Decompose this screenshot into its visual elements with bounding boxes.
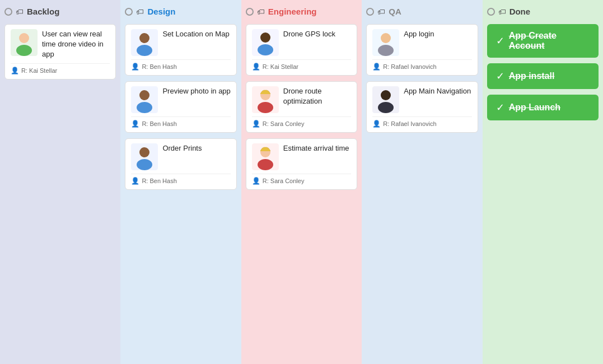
person-icon: 👤: [252, 63, 260, 71]
cards-area-engineering: Drone GPS lock👤R: Kai Stellar Drone rout…: [246, 24, 357, 358]
col-title-backlog: Backlog: [27, 7, 59, 16]
svg-point-18: [258, 44, 273, 55]
done-card[interactable]: ✓App install: [487, 63, 599, 89]
done-card-title: App Launch: [509, 102, 560, 113]
avatar: [372, 86, 399, 113]
col-status-dot: [487, 8, 495, 16]
card-assignee: R: Kai Stellar: [263, 63, 298, 70]
card-body: Set Location on Map: [131, 29, 230, 56]
person-icon: 👤: [131, 63, 139, 71]
tag-icon: 🏷: [257, 7, 265, 16]
task-card[interactable]: Set Location on Map👤R: Ben Hash: [125, 24, 236, 76]
card-assignee: R: Sara Conley: [263, 178, 305, 184]
avatar: [252, 86, 279, 113]
col-status-dot: [246, 8, 254, 16]
task-card[interactable]: App login👤R: Rafael Ivanovich: [366, 24, 478, 76]
kanban-board: 🏷Backlog User can view real time drone v…: [0, 0, 603, 364]
col-status-dot: [125, 8, 133, 16]
svg-point-11: [140, 91, 149, 100]
task-card[interactable]: Order Prints👤R: Ben Hash: [125, 138, 236, 190]
svg-point-26: [258, 159, 273, 170]
svg-point-10: [137, 102, 152, 113]
card-assignee: R: Rafael Ivanovich: [383, 120, 436, 127]
svg-point-14: [137, 159, 152, 170]
avatar: [131, 86, 158, 113]
col-header-engineering: 🏷Engineering: [246, 6, 357, 17]
card-footer: 👤R: Ben Hash: [131, 59, 230, 71]
card-title: App Main Navigation: [404, 86, 471, 96]
card-body: Estimate arrival time: [252, 143, 351, 170]
cards-area-done: ✓App Create Account✓App install✓App Laun…: [487, 24, 599, 358]
check-icon: ✓: [496, 101, 504, 114]
column-done: 🏷Done✓App Create Account✓App install✓App…: [483, 0, 603, 364]
svg-point-3: [20, 34, 29, 43]
card-title: App login: [404, 29, 434, 39]
card-body: Drone GPS lock: [252, 29, 351, 56]
svg-point-19: [261, 33, 270, 42]
svg-point-34: [378, 102, 394, 113]
column-design: 🏷Design Set Location on Map👤R: Ben Hash …: [120, 0, 241, 364]
card-assignee: R: Ben Hash: [142, 120, 176, 127]
task-card[interactable]: Drone GPS lock👤R: Kai Stellar: [246, 24, 357, 76]
svg-point-7: [140, 34, 149, 43]
person-icon: 👤: [131, 120, 139, 128]
card-title: Order Prints: [162, 143, 202, 153]
task-card[interactable]: User can view real time drone video in a…: [4, 24, 116, 80]
avatar: [131, 29, 158, 56]
done-card-title: App install: [509, 71, 555, 81]
tag-icon: 🏷: [136, 7, 144, 16]
task-card[interactable]: Estimate arrival time👤R: Sara Conley: [246, 138, 357, 190]
task-card[interactable]: App Main Navigation👤R: Rafael Ivanovich: [366, 81, 478, 133]
cards-area-qa: App login👤R: Rafael Ivanovich App Main N…: [366, 24, 478, 358]
tag-icon: 🏷: [16, 7, 24, 16]
task-card[interactable]: Preview photo in app👤R: Ben Hash: [125, 81, 236, 133]
card-title: Estimate arrival time: [283, 143, 349, 153]
column-engineering: 🏷Engineering Drone GPS lock👤R: Kai Stell…: [241, 0, 362, 364]
card-body: Preview photo in app: [131, 86, 230, 113]
avatar: [252, 143, 279, 170]
col-header-done: 🏷Done: [487, 6, 599, 17]
avatar: [131, 143, 158, 170]
card-footer: 👤R: Ben Hash: [131, 116, 230, 128]
col-title-engineering: Engineering: [268, 7, 317, 16]
svg-point-35: [381, 91, 390, 100]
card-footer: 👤R: Kai Stellar: [252, 59, 351, 71]
done-card[interactable]: ✓App Create Account: [487, 24, 599, 58]
card-body: App Main Navigation: [372, 86, 471, 113]
person-icon: 👤: [372, 120, 381, 128]
svg-point-31: [381, 34, 390, 43]
tag-icon: 🏷: [498, 7, 506, 16]
done-card[interactable]: ✓App Launch: [487, 95, 599, 120]
person-icon: 👤: [372, 63, 381, 71]
check-icon: ✓: [496, 35, 504, 47]
card-footer: 👤R: Kai Stellar: [11, 63, 110, 74]
card-footer: 👤R: Rafael Ivanovich: [372, 116, 471, 128]
col-header-backlog: 🏷Backlog: [4, 6, 116, 17]
task-card[interactable]: Drone route optimization👤R: Sara Conley: [246, 81, 357, 133]
cards-area-backlog: User can view real time drone video in a…: [4, 24, 116, 358]
svg-point-30: [378, 45, 394, 56]
card-body: App login: [372, 29, 471, 56]
column-backlog: 🏷Backlog User can view real time drone v…: [0, 0, 120, 364]
card-title: Preview photo in app: [162, 86, 230, 96]
card-title: Drone route optimization: [283, 86, 351, 106]
avatar: [11, 29, 38, 56]
person-icon: 👤: [252, 120, 260, 128]
card-footer: 👤R: Rafael Ivanovich: [372, 59, 471, 71]
avatar: [372, 29, 399, 56]
col-status-dot: [366, 8, 374, 16]
card-body: User can view real time drone video in a…: [11, 29, 110, 60]
card-title: Set Location on Map: [162, 29, 229, 39]
col-title-done: Done: [509, 7, 531, 16]
card-footer: 👤R: Sara Conley: [252, 116, 351, 128]
col-header-design: 🏷Design: [125, 6, 236, 17]
svg-point-22: [258, 102, 273, 113]
card-assignee: R: Rafael Ivanovich: [383, 63, 436, 70]
col-title-design: Design: [147, 7, 175, 16]
tag-icon: 🏷: [377, 7, 385, 16]
col-status-dot: [4, 8, 12, 16]
card-assignee: R: Sara Conley: [263, 120, 305, 127]
card-assignee: R: Ben Hash: [142, 63, 176, 70]
svg-point-2: [16, 45, 32, 56]
person-icon: 👤: [252, 177, 260, 185]
